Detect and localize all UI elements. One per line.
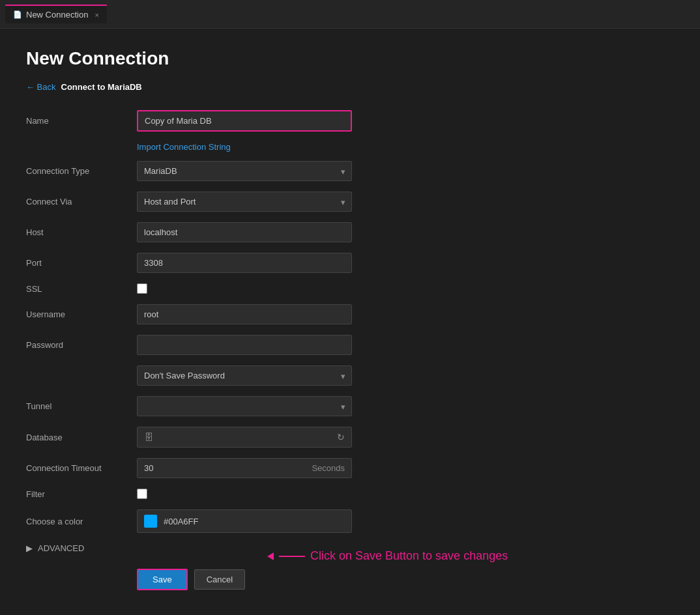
- ssl-label: SSL: [26, 284, 137, 294]
- port-label: Port: [26, 258, 137, 268]
- filter-row: Filter: [26, 489, 674, 499]
- timeout-row: Connection Timeout Seconds: [26, 458, 674, 478]
- save-annotation-text: Click on Save Button to save changes: [310, 549, 508, 563]
- connect-via-select[interactable]: Host and Port Socket: [137, 192, 352, 212]
- ssl-row: SSL: [26, 283, 674, 294]
- breadcrumb-current: Connect to MariaDB: [61, 82, 142, 92]
- database-input-wrapper[interactable]: 🗄 ↻: [137, 427, 352, 448]
- username-label: Username: [26, 309, 137, 319]
- titlebar: 📄 New Connection ×: [0, 0, 700, 29]
- save-arrow-shaft: [279, 556, 305, 557]
- connection-type-select[interactable]: MariaDB MySQL PostgreSQL SQLite MSSQL: [137, 161, 352, 181]
- tunnel-label: Tunnel: [26, 401, 137, 411]
- page-title: New Connection: [26, 48, 674, 69]
- breadcrumb: ← Back Connect to MariaDB: [26, 82, 674, 92]
- password-save-select-wrapper: Don't Save Password Save Password Save a…: [137, 365, 352, 386]
- color-value: #00A6FF: [164, 517, 198, 526]
- connect-via-label: Connect Via: [26, 197, 137, 207]
- save-button[interactable]: Save: [137, 569, 188, 590]
- timeout-wrapper: Seconds: [137, 458, 352, 478]
- timeout-input[interactable]: [144, 463, 304, 473]
- name-row: Name Change Connection Name: [26, 110, 674, 132]
- timeout-label: Connection Timeout: [26, 463, 137, 473]
- username-input[interactable]: [137, 304, 352, 324]
- color-swatch: [144, 515, 157, 528]
- connect-via-select-wrapper: Host and Port Socket: [137, 192, 352, 212]
- port-input[interactable]: [137, 253, 352, 273]
- cancel-button[interactable]: Cancel: [194, 569, 245, 590]
- timeout-suffix: Seconds: [312, 463, 345, 473]
- name-label: Name: [26, 116, 137, 126]
- color-row: Choose a color #00A6FF: [26, 509, 674, 533]
- button-row: Save Cancel Click on Save Button to save…: [137, 569, 674, 590]
- port-row: Port: [26, 253, 674, 273]
- color-label: Choose a color: [26, 517, 137, 526]
- import-connection-string-link[interactable]: Import Connection String: [137, 142, 674, 152]
- tab-close-button[interactable]: ×: [95, 11, 98, 19]
- name-input[interactable]: [137, 110, 352, 132]
- main-content: New Connection ← Back Connect to MariaDB…: [0, 29, 700, 615]
- password-label: Password: [26, 340, 137, 350]
- database-icon: 🗄: [144, 432, 153, 442]
- connect-via-row: Connect Via Host and Port Socket: [26, 192, 674, 212]
- database-refresh-icon[interactable]: ↻: [337, 432, 345, 442]
- ssl-checkbox[interactable]: [137, 283, 147, 294]
- filter-checkbox[interactable]: [137, 489, 147, 499]
- connection-type-row: Connection Type MariaDB MySQL PostgreSQL…: [26, 161, 674, 181]
- tunnel-select-wrapper: [137, 396, 352, 416]
- save-arrow-head: [267, 552, 274, 560]
- save-annotation: Click on Save Button to save changes: [267, 549, 508, 563]
- color-picker-wrapper[interactable]: #00A6FF: [137, 509, 352, 533]
- password-save-row: Don't Save Password Save Password Save a…: [26, 365, 674, 386]
- host-row: Host: [26, 222, 674, 242]
- database-label: Database: [26, 433, 137, 442]
- password-save-select[interactable]: Don't Save Password Save Password Save a…: [137, 365, 352, 386]
- host-label: Host: [26, 227, 137, 237]
- breadcrumb-back-link[interactable]: ← Back: [26, 82, 56, 92]
- tab-label: New Connection: [26, 10, 88, 20]
- tunnel-row: Tunnel: [26, 396, 674, 416]
- host-input[interactable]: [137, 222, 352, 242]
- filter-label: Filter: [26, 489, 137, 499]
- advanced-chevron: ▶: [26, 543, 33, 553]
- password-row: Password: [26, 335, 674, 355]
- database-row: Database 🗄 ↻: [26, 427, 674, 448]
- password-input[interactable]: [137, 335, 352, 355]
- advanced-label: ADVANCED: [38, 543, 84, 553]
- connection-type-label: Connection Type: [26, 166, 137, 176]
- tab-icon: 📄: [13, 10, 22, 19]
- tunnel-select[interactable]: [137, 396, 352, 416]
- connection-type-select-wrapper: MariaDB MySQL PostgreSQL SQLite MSSQL: [137, 161, 352, 181]
- new-connection-tab[interactable]: 📄 New Connection ×: [5, 5, 107, 23]
- username-row: Username: [26, 304, 674, 324]
